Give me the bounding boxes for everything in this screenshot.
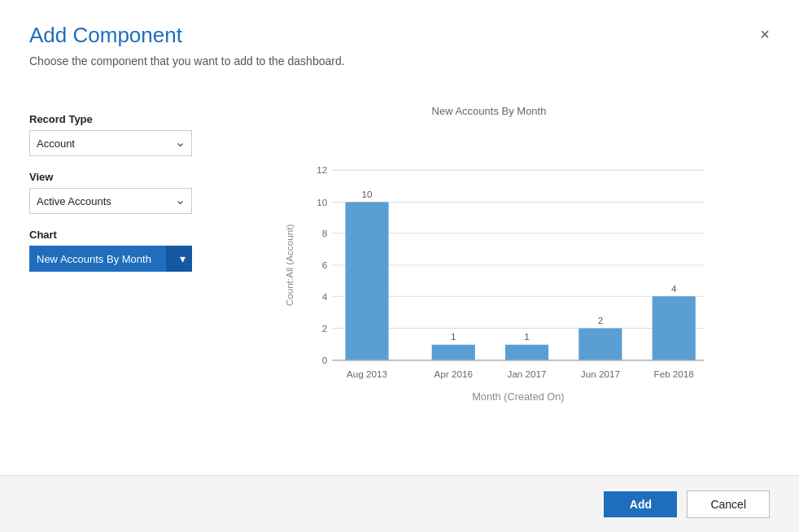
record-type-label: Record Type	[29, 113, 208, 125]
view-select-wrapper: Active Accounts	[29, 188, 192, 214]
svg-text:Count:All (Account): Count:All (Account)	[284, 225, 295, 307]
record-type-group: Record Type Account	[29, 113, 208, 156]
svg-text:Apr 2016: Apr 2016	[434, 368, 473, 379]
record-type-select-wrapper: Account	[29, 130, 192, 156]
chart-label: Chart	[29, 229, 208, 241]
svg-text:1: 1	[451, 331, 456, 342]
chart-select-wrapper: New Accounts By Month ▾	[29, 246, 192, 272]
dialog-title: Add Component	[29, 23, 770, 48]
dialog-body: Record Type Account View Active Accounts…	[0, 81, 799, 475]
chart-svg: Count:All (Account) 0 2 4	[241, 127, 770, 403]
bar-jan2017	[505, 345, 548, 360]
svg-text:Feb 2018: Feb 2018	[654, 368, 694, 379]
svg-text:Jun 2017: Jun 2017	[581, 368, 620, 379]
svg-text:Jan 2017: Jan 2017	[508, 368, 547, 379]
svg-text:2: 2	[322, 323, 328, 334]
view-select[interactable]: Active Accounts	[29, 188, 192, 214]
chart-panel: New Accounts By Month Count:All (Account…	[241, 105, 770, 459]
bar-jun2017	[579, 329, 622, 360]
cancel-button[interactable]: Cancel	[687, 491, 770, 518]
svg-text:Aug 2013: Aug 2013	[347, 368, 387, 379]
view-group: View Active Accounts	[29, 171, 208, 214]
svg-text:4: 4	[671, 283, 677, 294]
svg-text:0: 0	[322, 355, 328, 365]
bar-feb2018	[653, 296, 696, 360]
dialog-footer: Add Cancel	[0, 475, 799, 532]
chart-container: Count:All (Account) 0 2 4	[241, 127, 770, 403]
svg-text:10: 10	[317, 197, 327, 207]
add-button[interactable]: Add	[604, 491, 677, 517]
chart-group: Chart New Accounts By Month ▾	[29, 229, 208, 272]
add-component-dialog: Add Component Choose the component that …	[0, 0, 799, 532]
chart-select[interactable]: New Accounts By Month	[29, 246, 192, 272]
bar-aug2013	[345, 202, 388, 360]
close-button[interactable]: ×	[753, 23, 776, 46]
svg-text:4: 4	[322, 291, 328, 302]
svg-text:6: 6	[322, 259, 328, 270]
form-panel: Record Type Account View Active Accounts…	[29, 105, 208, 459]
svg-text:8: 8	[322, 228, 328, 238]
svg-text:12: 12	[317, 164, 327, 175]
svg-text:2: 2	[598, 315, 604, 325]
bar-apr2016	[432, 345, 475, 360]
svg-text:1: 1	[524, 331, 530, 342]
view-label: View	[29, 171, 208, 183]
record-type-select[interactable]: Account	[29, 130, 192, 156]
dialog-subtitle: Choose the component that you want to ad…	[29, 55, 770, 68]
dialog-header: Add Component Choose the component that …	[0, 0, 799, 81]
svg-text:10: 10	[362, 189, 373, 199]
svg-text:Month (Created On): Month (Created On)	[472, 390, 564, 403]
chart-title: New Accounts By Month	[432, 105, 547, 117]
